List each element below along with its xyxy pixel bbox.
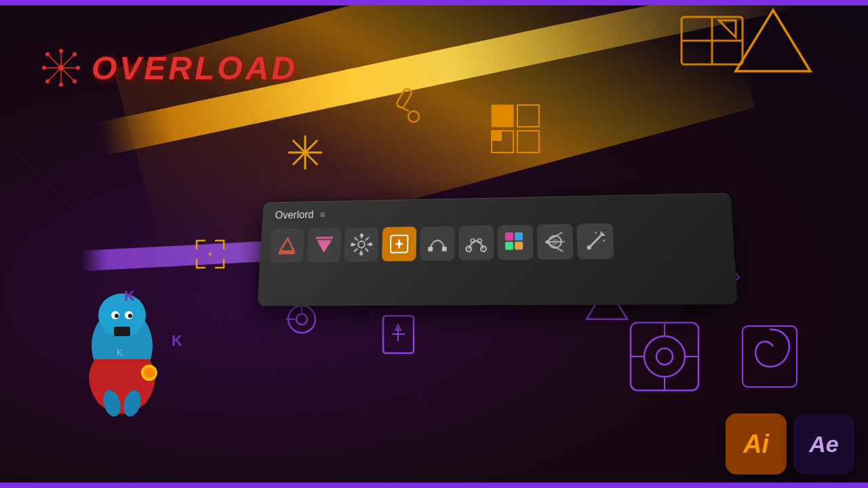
svg-marker-42 xyxy=(317,241,331,253)
top-bar xyxy=(0,0,868,5)
app-badges: Ai Ae xyxy=(726,413,854,474)
tool-align-down[interactable] xyxy=(307,228,341,262)
svg-rect-69 xyxy=(505,242,513,250)
svg-line-49 xyxy=(365,248,368,251)
svg-rect-68 xyxy=(515,232,523,241)
svg-line-28 xyxy=(47,68,61,81)
svg-rect-67 xyxy=(505,232,513,241)
tool-connect[interactable] xyxy=(537,224,574,260)
svg-line-48 xyxy=(355,237,358,241)
bottom-bar xyxy=(0,483,868,488)
logo-icon xyxy=(41,47,81,88)
svg-line-29 xyxy=(61,68,75,81)
tool-path[interactable] xyxy=(420,226,455,261)
panel-menu-icon[interactable]: ≡ xyxy=(319,209,325,220)
tool-push[interactable] xyxy=(382,226,416,261)
svg-point-75 xyxy=(551,239,558,245)
svg-line-27 xyxy=(61,54,75,68)
svg-text:K: K xyxy=(117,347,123,358)
tool-explode[interactable] xyxy=(344,227,378,262)
tool-pull[interactable] xyxy=(458,225,494,260)
svg-line-26 xyxy=(47,54,61,68)
svg-point-88 xyxy=(115,314,119,318)
svg-rect-70 xyxy=(515,241,523,249)
svg-point-89 xyxy=(128,314,132,318)
svg-marker-40 xyxy=(280,238,294,251)
svg-rect-85 xyxy=(114,327,130,336)
ai-badge: Ai xyxy=(726,413,787,474)
panel-tools xyxy=(260,219,735,266)
svg-rect-61 xyxy=(428,247,433,251)
logo-area: Overload xyxy=(41,47,298,88)
ae-text: Ae xyxy=(809,431,838,458)
panel-title: Overlord xyxy=(275,209,314,221)
svg-point-60 xyxy=(397,242,401,246)
svg-point-94 xyxy=(144,367,155,378)
logo-text: Overload xyxy=(92,49,298,87)
svg-line-76 xyxy=(589,235,601,247)
ae-badge: Ae xyxy=(793,413,854,474)
svg-point-64 xyxy=(481,246,486,251)
character: K xyxy=(61,271,170,407)
svg-line-50 xyxy=(366,237,369,241)
svg-point-63 xyxy=(466,246,471,251)
svg-line-51 xyxy=(354,249,357,252)
tool-magic[interactable] xyxy=(576,224,614,260)
tool-align-top[interactable] xyxy=(270,228,304,262)
ai-text: Ai xyxy=(743,430,769,459)
overlord-panel: Overlord ≡ xyxy=(257,192,737,306)
tool-palette[interactable] xyxy=(498,225,534,260)
svg-rect-62 xyxy=(442,247,447,251)
svg-point-52 xyxy=(358,241,365,248)
